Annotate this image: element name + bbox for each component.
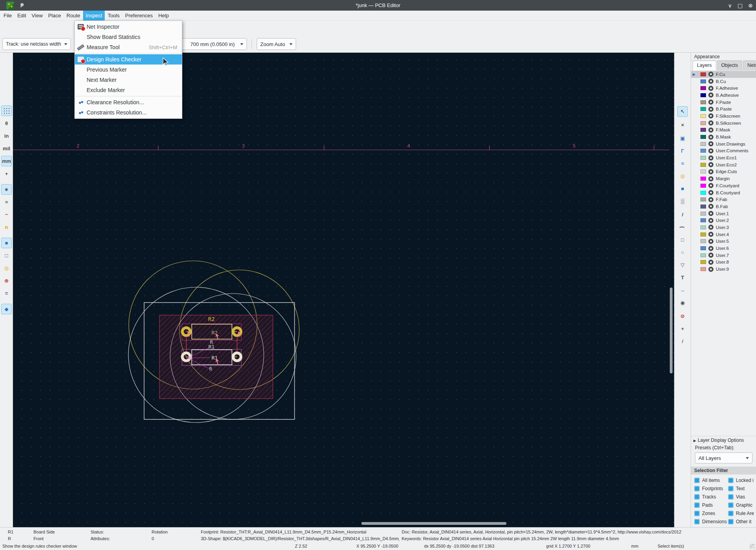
- draw-circle-tool[interactable]: ○: [677, 247, 688, 258]
- filter-zones[interactable]: Zones: [694, 511, 715, 516]
- checkbox-checked[interactable]: [694, 486, 700, 491]
- layer-color-swatch[interactable]: [700, 205, 706, 209]
- visibility-eye-icon[interactable]: [708, 232, 713, 237]
- tab-nets[interactable]: Nets: [743, 61, 756, 70]
- layer-row-f-courtyard[interactable]: F.Courtyard: [691, 182, 756, 189]
- checkbox-checked[interactable]: [728, 494, 734, 500]
- layer-color-swatch[interactable]: [700, 93, 706, 97]
- layer-color-swatch[interactable]: [700, 128, 706, 132]
- layer-row-f-fab[interactable]: F.Fab: [691, 196, 756, 203]
- r1-reference-label[interactable]: R1: [208, 344, 215, 350]
- checkbox-checked[interactable]: [694, 502, 700, 508]
- visibility-eye-icon[interactable]: [708, 148, 713, 153]
- add-text-tool[interactable]: T: [677, 272, 688, 283]
- layer-color-swatch[interactable]: [700, 142, 706, 146]
- vertical-scrollbar[interactable]: [670, 288, 673, 373]
- r2-reference-label[interactable]: R2: [208, 316, 215, 322]
- units-mils-button[interactable]: mil: [1, 143, 12, 154]
- add-via-tool[interactable]: ◎: [677, 171, 688, 181]
- checkbox-checked[interactable]: [694, 478, 700, 483]
- grid-visibility-button[interactable]: [1, 105, 12, 116]
- delete-tool[interactable]: ⊘: [677, 311, 688, 321]
- layer-color-swatch[interactable]: [700, 72, 706, 76]
- layer-color-swatch[interactable]: [700, 233, 706, 236]
- menu-inspect[interactable]: Inspect: [83, 11, 105, 20]
- r1-below-label[interactable]: R: [209, 366, 212, 372]
- draw-line-tool[interactable]: /: [677, 209, 688, 220]
- checkbox-checked[interactable]: [694, 494, 700, 500]
- layer-color-swatch[interactable]: [700, 79, 706, 83]
- checkbox-checked[interactable]: [694, 519, 700, 524]
- layer-row-f-adhesive[interactable]: F.Adhesive: [691, 85, 756, 92]
- checkbox-checked[interactable]: [728, 486, 734, 491]
- visibility-eye-icon[interactable]: [708, 267, 713, 272]
- layer-row-b-silkscreen[interactable]: B.Silkscreen: [691, 120, 756, 127]
- menu-item-clearance-resolution[interactable]: ◆◆Clearance Resolution...: [75, 97, 182, 107]
- layer-row-user-drawings[interactable]: User.Drawings: [691, 140, 756, 148]
- layer-color-swatch[interactable]: [700, 184, 706, 188]
- menu-preferences[interactable]: Preferences: [122, 11, 156, 20]
- presets-combo[interactable]: All Layers: [695, 452, 752, 463]
- menu-tools[interactable]: Tools: [105, 11, 122, 20]
- layer-row-user-eco2[interactable]: User.Eco2: [691, 161, 756, 168]
- layer-row-margin[interactable]: Margin: [691, 175, 756, 182]
- layer-row-b-mask[interactable]: B.Mask: [691, 133, 756, 140]
- layer-row-b-fab[interactable]: B.Fab: [691, 203, 756, 210]
- draw-rectangle-tool[interactable]: □: [677, 234, 688, 245]
- layer-color-swatch[interactable]: [700, 100, 706, 104]
- layer-display-options[interactable]: ▶Layer Display Options: [691, 436, 756, 444]
- layer-color-swatch[interactable]: [700, 191, 706, 195]
- layer-row-b-courtyard[interactable]: B.Courtyard: [691, 189, 756, 196]
- visibility-eye-icon[interactable]: [708, 113, 713, 118]
- filter-locked-i[interactable]: Locked i: [728, 478, 754, 483]
- layer-row-user-1[interactable]: User.1: [691, 210, 756, 217]
- menu-place[interactable]: Place: [45, 11, 64, 20]
- filter-other-it[interactable]: Other it: [728, 519, 751, 524]
- drill-origin-tool[interactable]: +: [677, 323, 688, 334]
- layer-color-swatch[interactable]: [700, 149, 706, 153]
- layer-row-user-comments[interactable]: User.Comments: [691, 148, 756, 155]
- layer-row-user-7[interactable]: User.7: [691, 252, 756, 259]
- visibility-eye-icon[interactable]: [708, 92, 713, 98]
- visibility-eye-icon[interactable]: [708, 204, 713, 209]
- visibility-eye-icon[interactable]: [708, 211, 713, 216]
- draw-arc-tool[interactable]: (: [677, 222, 688, 233]
- filter-vias[interactable]: Vias: [728, 494, 745, 500]
- visibility-eye-icon[interactable]: [708, 155, 713, 161]
- horizontal-scrollbar[interactable]: [361, 522, 506, 525]
- filter-tracks[interactable]: Tracks: [694, 494, 716, 500]
- layer-color-swatch[interactable]: [700, 197, 706, 201]
- track-sketch-mode-button[interactable]: =: [1, 288, 12, 299]
- layer-color-swatch[interactable]: [700, 114, 706, 118]
- cursor-style-button[interactable]: +: [1, 168, 12, 179]
- layer-color-swatch[interactable]: [700, 246, 706, 250]
- layer-color-swatch[interactable]: [700, 225, 706, 229]
- resize-grip[interactable]: [750, 544, 755, 549]
- pad-sketch-mode-button[interactable]: ◎: [1, 263, 12, 273]
- zone-fill-mode-button[interactable]: ■: [1, 238, 12, 248]
- draw-polygon-tool[interactable]: ▽: [677, 260, 688, 270]
- layer-color-swatch[interactable]: [700, 212, 706, 216]
- polar-coords-button[interactable]: θ: [1, 118, 12, 129]
- restore-button[interactable]: ▢: [737, 2, 743, 9]
- ratsnest-curved-button[interactable]: ≈: [1, 197, 12, 207]
- layer-color-swatch[interactable]: [700, 107, 706, 111]
- layer-color-swatch[interactable]: [700, 163, 706, 167]
- measure-tool[interactable]: /: [677, 336, 688, 347]
- layer-row-user-9[interactable]: User.9: [691, 266, 756, 273]
- select-tool[interactable]: ↖: [677, 106, 688, 117]
- filter-rule-are[interactable]: Rule Are: [728, 511, 754, 516]
- visibility-eye-icon[interactable]: [708, 218, 713, 223]
- layer-row-user-6[interactable]: User.6: [691, 245, 756, 252]
- filter-graphic[interactable]: Graphic: [728, 502, 752, 508]
- layer-row-f-mask[interactable]: F.Mask: [691, 127, 756, 134]
- pad-net-names-button[interactable]: n: [1, 222, 12, 233]
- visibility-eye-icon[interactable]: [708, 169, 713, 174]
- track-width-combo[interactable]: Track: use netclass width: [2, 38, 71, 50]
- visibility-eye-icon[interactable]: [708, 86, 713, 91]
- net-color-mode-button[interactable]: ~: [1, 209, 12, 220]
- menu-item-constraints-resolution[interactable]: ◆◆Constraints Resolution...: [75, 107, 182, 118]
- layer-color-swatch[interactable]: [700, 177, 706, 181]
- layer-color-swatch[interactable]: [700, 86, 706, 90]
- layer-row-edge-cuts[interactable]: Edge.Cuts: [691, 168, 756, 175]
